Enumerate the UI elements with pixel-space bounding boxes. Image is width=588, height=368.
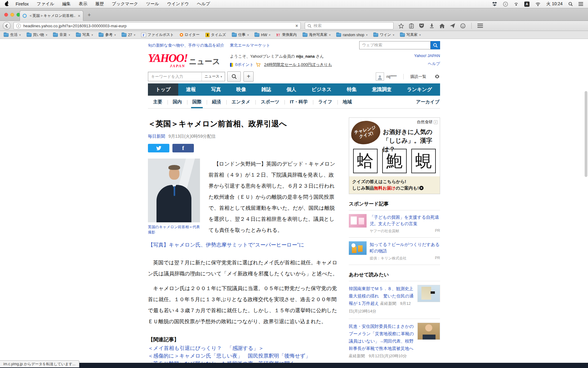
minimize-window-button[interactable] <box>10 13 14 17</box>
add-button[interactable]: + <box>243 71 254 82</box>
yahoo-japan-link[interactable]: Yahoo! JAPAN <box>414 53 440 58</box>
menubar-clock[interactable]: 火 10:24 <box>546 1 563 7</box>
source-link[interactable]: 毎日新聞 <box>148 134 165 139</box>
bookmark-item[interactable]: ロイター <box>180 32 200 37</box>
reading-list-icon[interactable] <box>409 23 414 29</box>
bookmark-star-icon[interactable] <box>398 23 404 29</box>
points-link[interactable]: 0ポイント <box>235 62 254 67</box>
subnav-item[interactable]: 国際 <box>187 96 207 108</box>
nav-tab[interactable]: 速報 <box>178 83 203 96</box>
nav-tab[interactable]: 映像 <box>228 83 254 96</box>
help-link[interactable]: ヘルプ <box>414 61 440 67</box>
dropbox-icon[interactable] <box>492 2 497 6</box>
bookmark-item[interactable]: 27 <box>122 33 135 37</box>
bookmark-item[interactable]: 生活 <box>4 32 21 37</box>
subnav-item[interactable]: 国内 <box>168 96 187 108</box>
spotlight-icon[interactable] <box>568 2 573 6</box>
related-article-link[interactable]: ＜メイ首相も引退にびっくり？ 「感謝する」＞ <box>148 344 338 352</box>
web-search-button[interactable] <box>431 41 440 49</box>
bookmark-item[interactable]: 乗換案内 <box>276 32 297 37</box>
pocket-icon[interactable] <box>419 23 424 28</box>
bookmark-item[interactable]: ファイルポスト <box>141 32 174 37</box>
nav-tab[interactable]: 雑誌 <box>254 83 279 96</box>
bookmark-item[interactable]: random shop <box>336 33 368 37</box>
reading-title[interactable]: 民進・安住国対委員長にまさかのブーメラン「災害地視察に革靴の議員はいない」→岡田… <box>349 324 414 351</box>
twitter-share-button[interactable] <box>148 144 169 152</box>
subscriptions-link[interactable]: 購読一覧 <box>403 74 426 79</box>
menu-item[interactable]: 表示 <box>79 1 87 7</box>
tab-close-icon[interactable]: × <box>78 13 80 18</box>
avatar[interactable] <box>376 72 384 81</box>
subnav-item[interactable]: エンタメ <box>226 96 255 108</box>
photo-gallery-link[interactable]: 【写真】キャメロン氏、伊勢志摩サミットで“スーパーヒーロー”に <box>148 240 338 251</box>
yahoo-logo[interactable]: YAHOO! JAPAN <box>148 52 185 67</box>
sponsored-title[interactable]: 「子どもの貧困」を支援する自死遺児。支えた子どもの言葉 <box>370 214 440 227</box>
menu-hamburger-icon[interactable] <box>477 24 483 28</box>
web-search-input[interactable]: ウェブ検索 <box>359 41 431 49</box>
input-method-icon[interactable]: A <box>524 2 530 7</box>
subnav-item[interactable]: スポーツ <box>255 96 285 108</box>
menu-item[interactable]: ヘルプ <box>197 1 210 7</box>
bookmark-item[interactable]: 参考 <box>99 32 116 37</box>
nav-tab[interactable]: ランキング <box>399 83 440 96</box>
sale-link[interactable]: 24時間限定セール 1,000円ぽっきりも <box>264 62 332 67</box>
menu-item[interactable]: ウインドウ <box>167 1 189 7</box>
share-icon[interactable] <box>450 23 455 28</box>
sidebar-ad[interactable]: 自然食研 i チャレンジ クイズ! お酒好きに人気の 「しじみ」。漢字は？ <box>349 117 440 194</box>
bookmark-item[interactable]: ワイン <box>373 32 394 37</box>
menu-item[interactable]: Firefox <box>16 2 29 6</box>
reading-item[interactable]: 韓国南東部でＭ５．８、観測史上最大規模の揺れ 驚いた住民の通報が１万件超え 産経… <box>349 281 440 319</box>
menu-item[interactable]: 履歴 <box>95 1 104 7</box>
cameron-photo[interactable] <box>148 159 200 222</box>
menu-item[interactable]: ブックマーク <box>112 1 138 7</box>
nav-tab[interactable]: 写真 <box>203 83 228 96</box>
sponsored-item[interactable]: 「子どもの貧困」を支援する自死遺児。支えた子どもの言葉 ヤフーの社会貢献 PR <box>349 210 440 238</box>
creative-cloud-icon[interactable] <box>503 2 508 7</box>
nav-tab[interactable]: 特集 <box>339 83 364 96</box>
archive-link[interactable]: アーカイブ <box>416 99 440 105</box>
ad-footer[interactable]: クイズの答えはこちらから! しじみ製品無料お届けのご案内も! <box>349 176 440 194</box>
subnav-item[interactable]: IT・科学 <box>285 96 313 108</box>
browser-tab[interactable]: ＜英国＞キャメロン前首相... × <box>20 10 83 21</box>
bookmark-item[interactable]: タイムズ <box>205 32 226 37</box>
apple-menu-icon[interactable] <box>5 2 9 6</box>
site-info-icon[interactable]: i <box>16 24 21 28</box>
browser-search-field[interactable]: 検索 <box>305 22 394 29</box>
close-window-button[interactable] <box>4 13 8 17</box>
sponsored-title[interactable]: 知ってる？ビールがつくりだすある町の物語 <box>370 241 440 254</box>
home-icon[interactable] <box>439 24 445 28</box>
facebook-share-button[interactable]: f <box>172 144 194 152</box>
related-article-link[interactable]: ＜感傷的に＞キャメロン氏「悲しい夜」 国民投票釈明「後悔せず」 <box>148 352 338 360</box>
bookmark-item[interactable]: 買い物 <box>27 32 47 37</box>
subnav-item[interactable]: ライフ <box>313 96 337 108</box>
menu-item[interactable]: ツール <box>146 1 159 7</box>
feedback-smiley-icon[interactable] <box>460 23 466 29</box>
menu-item[interactable]: 編集 <box>62 1 71 7</box>
nav-tab[interactable]: ビジネス <box>304 83 339 96</box>
reading-item[interactable]: 民進・安住国対委員長にまさかのブーメラン「災害地視察に革靴の議員はいない」→岡田… <box>349 319 440 364</box>
subnav-item[interactable]: 主要 <box>148 96 168 108</box>
remote-icon[interactable] <box>514 2 518 6</box>
url-bar[interactable]: i headlines.yahoo.co.jp/hl?a=20160913-00… <box>13 22 301 29</box>
subnav-item[interactable]: 地域 <box>337 96 357 108</box>
bookmark-item[interactable]: 写真 <box>76 32 93 37</box>
back-button[interactable] <box>3 22 11 30</box>
search-scope-dropdown[interactable]: ニュース <box>202 72 225 81</box>
stop-loading-icon[interactable]: × <box>296 23 298 28</box>
user-id[interactable]: nij**** <box>386 74 397 79</box>
nav-tab[interactable]: トップ <box>148 83 178 96</box>
promo-market-link[interactable]: 東北エールマーケット <box>230 43 270 48</box>
scrollbar-thumb[interactable] <box>585 91 587 177</box>
settings-gear-icon[interactable] <box>434 74 440 79</box>
promo-text-link[interactable]: 旬の新鮮な食べ物や、手作りの逸品を紹介 <box>148 43 224 48</box>
menu-item[interactable]: ファイル <box>37 1 54 7</box>
nav-tab[interactable]: 意識調査 <box>364 83 399 96</box>
new-tab-button[interactable]: + <box>88 12 91 18</box>
wifi-icon[interactable] <box>535 2 541 6</box>
sponsored-item[interactable]: 知ってる？ビールがつくりだすある町の物語 提供：キリン株式会社 PR <box>349 238 440 265</box>
keyword-search-input[interactable]: キーワードを入力 ニュース <box>148 72 225 81</box>
notification-center-icon[interactable] <box>579 2 583 6</box>
bookmark-item[interactable]: HW <box>254 33 270 37</box>
bookmark-item[interactable]: 写真家 <box>400 32 421 37</box>
bookmark-item[interactable]: 音楽 <box>53 32 70 37</box>
